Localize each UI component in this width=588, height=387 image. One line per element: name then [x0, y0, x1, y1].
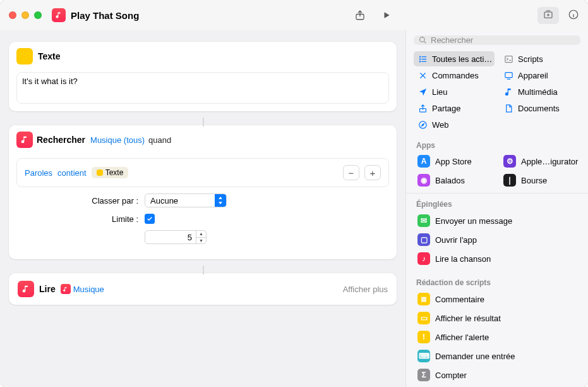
find-verb: Rechercher: [37, 135, 85, 145]
app-icon: ◉: [417, 174, 430, 187]
window-controls: [9, 11, 42, 19]
workflow-editor: Texte It's it what is it? Rechercher Mus…: [0, 30, 406, 387]
library-toggle-button[interactable]: [537, 7, 559, 24]
text-chip-icon: [97, 169, 103, 176]
category-lieu[interactable]: Lieu: [414, 84, 495, 99]
action-icon: !: [417, 331, 430, 343]
run-button[interactable]: [380, 9, 393, 22]
filter-value-chip[interactable]: Texte: [92, 167, 129, 178]
category-scripts[interactable]: Scripts: [500, 51, 580, 66]
category-icon: [417, 103, 428, 113]
chevron-down-icon[interactable]: ▼: [196, 238, 206, 245]
svg-rect-9: [421, 61, 426, 61]
pinned-header: Épinglées: [406, 193, 588, 211]
svg-rect-7: [421, 56, 426, 57]
limit-label: Limite :: [78, 214, 138, 224]
app-app-store[interactable]: AApp Store: [414, 152, 495, 170]
play-target-token[interactable]: Musique: [61, 284, 104, 294]
search-input[interactable]: Rechercher: [414, 35, 580, 45]
category-appareil[interactable]: Appareil: [500, 68, 580, 83]
action-lire-la-chanson[interactable]: ♪Lire la chanson: [414, 249, 580, 268]
category-documents[interactable]: Documents: [500, 101, 580, 116]
category-icon: [503, 70, 513, 80]
minimize-window-button[interactable]: [21, 11, 29, 19]
zoom-window-button[interactable]: [34, 11, 42, 19]
chevron-up-icon[interactable]: ▲: [196, 230, 206, 238]
flow-connector: [9, 119, 397, 125]
action-icon: ✉: [417, 214, 430, 227]
action-choisir-dans-le-menu[interactable]: ≡Choisir dans le menu: [414, 384, 580, 387]
limit-value-input[interactable]: 5 ▲ ▼: [145, 230, 207, 244]
category-commandes[interactable]: Commandes: [414, 68, 495, 83]
add-filter-button[interactable]: +: [364, 165, 381, 180]
find-subject-token[interactable]: Musique (tous): [90, 135, 145, 145]
category-icon: [417, 87, 428, 97]
window-title: Play That Song: [71, 10, 139, 21]
action-icon: Σ: [417, 369, 430, 381]
filter-row: Paroles contient Texte − +: [16, 158, 389, 187]
category-icon: [503, 87, 513, 97]
actions-library-sidebar: Rechercher Toutes les acti…ScriptsComman…: [406, 30, 588, 387]
action-icon: ♪: [417, 252, 430, 265]
shortcut-app-icon: [52, 8, 66, 22]
play-verb: Lire: [39, 284, 56, 294]
action-text-block[interactable]: Texte It's it what is it?: [9, 42, 397, 111]
action-icon: ⌨: [417, 350, 430, 362]
scripts-header: Rédaction de scripts: [406, 273, 588, 290]
action-play-block[interactable]: Lire Musique Afficher plus: [9, 273, 397, 305]
category-toutes-les-acti-[interactable]: Toutes les acti…: [414, 51, 495, 66]
category-icon: [503, 103, 513, 113]
app-icon: ❘: [503, 174, 516, 187]
music-icon: [18, 281, 34, 297]
limit-checkbox[interactable]: [145, 214, 155, 224]
action-ouvrir-l-app[interactable]: ▢Ouvrir l'app: [414, 230, 580, 249]
action-compter[interactable]: ΣCompter: [414, 366, 580, 384]
chevron-up-down-icon: [215, 194, 226, 207]
sort-by-select[interactable]: Aucune: [145, 194, 227, 207]
svg-rect-10: [505, 56, 512, 62]
limit-stepper[interactable]: ▲ ▼: [196, 230, 206, 244]
category-icon: [417, 54, 428, 64]
text-block-input[interactable]: It's it what is it?: [16, 72, 389, 104]
flow-connector: [9, 267, 397, 273]
action-demander-une-entr-e[interactable]: ⌨Demander une entrée: [414, 347, 580, 366]
close-window-button[interactable]: [9, 11, 16, 19]
apps-header: Apps: [406, 136, 588, 152]
category-web[interactable]: Web: [414, 117, 495, 132]
filter-op-token[interactable]: contient: [57, 168, 87, 178]
category-partage[interactable]: Partage: [414, 101, 495, 116]
svg-point-3: [420, 37, 425, 42]
music-app-icon: [61, 284, 71, 294]
show-more-button[interactable]: Afficher plus: [343, 285, 388, 294]
category-multim-dia[interactable]: Multimédia: [500, 84, 580, 99]
svg-rect-8: [421, 58, 426, 59]
action-icon: ▭: [417, 312, 430, 324]
filter-field-token[interactable]: Paroles: [25, 168, 52, 178]
action-find-music-block[interactable]: Rechercher Musique (tous) quand Paroles …: [9, 125, 397, 259]
find-when: quand: [148, 135, 171, 145]
share-button[interactable]: [353, 9, 367, 22]
app-icon: ⚙: [503, 155, 516, 168]
action-commentaire[interactable]: ≣Commentaire: [414, 290, 580, 309]
svg-rect-11: [505, 72, 512, 77]
text-icon: [16, 48, 33, 64]
music-icon: [16, 132, 33, 148]
svg-point-4: [419, 56, 421, 58]
remove-filter-button[interactable]: −: [343, 165, 359, 180]
sort-by-label: Classer par :: [78, 196, 138, 206]
action-afficher-l-alerte[interactable]: !Afficher l'alerte: [414, 328, 580, 347]
category-icon: [417, 120, 428, 130]
action-icon: ▢: [417, 233, 430, 246]
action-afficher-le-r-sultat[interactable]: ▭Afficher le résultat: [414, 309, 580, 328]
app-apple-igurator[interactable]: ⚙Apple…igurator: [500, 152, 580, 170]
category-icon: [503, 54, 513, 64]
category-icon: [417, 70, 428, 80]
search-icon: [419, 36, 427, 44]
action-envoyer-un-message[interactable]: ✉Envoyer un message: [414, 211, 580, 230]
app-bourse[interactable]: ❘Bourse: [500, 171, 580, 189]
svg-point-6: [419, 61, 421, 63]
info-button[interactable]: [568, 9, 579, 22]
app-icon: A: [417, 155, 430, 168]
app-balados[interactable]: ◉Balados: [414, 171, 495, 189]
action-icon: ≣: [417, 293, 430, 305]
